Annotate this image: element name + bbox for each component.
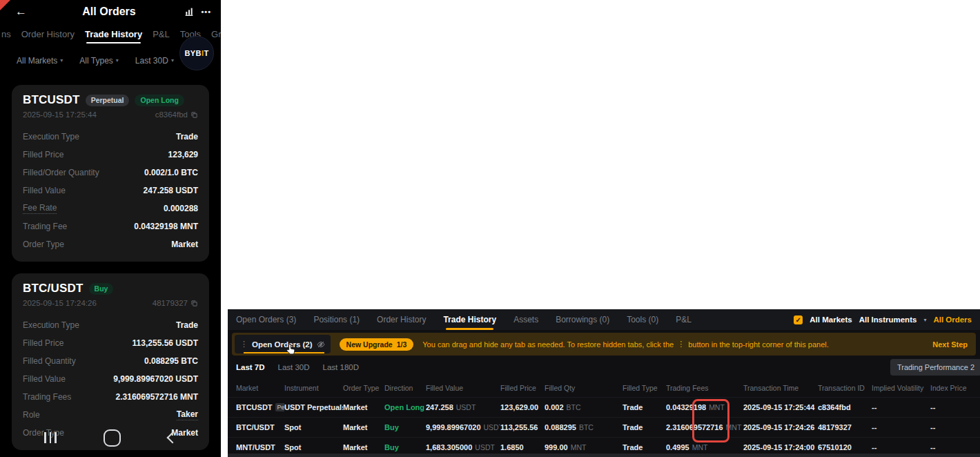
- trade-card-btcusdt[interactable]: BTCUSDT Perpetual Open Long 2025-09-15 1…: [12, 85, 209, 262]
- card-symbol: BTCUSDT: [23, 93, 80, 107]
- trading-performance-button[interactable]: Trading Performance 2: [890, 359, 980, 376]
- tab-borrowings[interactable]: Borrowings (0): [556, 309, 609, 330]
- detail-row: Execution TypeTrade: [23, 316, 198, 334]
- detail-row: Filled Value247.258 USDT: [23, 182, 198, 200]
- detail-row: Filled/Order Quantity0.002/1.0 BTC: [23, 164, 198, 182]
- detail-row: Filled Price123,629: [23, 146, 198, 164]
- col-transaction-time: Transaction Time: [743, 384, 818, 392]
- new-upgrade-badge: New Upgrade1/3: [340, 338, 414, 351]
- col-trading-fees: Trading Fees: [666, 384, 743, 392]
- period-last-180d[interactable]: Last 180D: [323, 363, 359, 371]
- detail-row: Fee Rate0.000288: [23, 200, 198, 217]
- period-last-30d[interactable]: Last 30D: [278, 363, 310, 371]
- trade-timestamp: 2025-09-15 17:25:44: [23, 110, 97, 119]
- upgrade-banner: ⋮ Open Orders (2) New Upgrade1/3 You can…: [232, 333, 976, 356]
- filter-all-markets[interactable]: All Markets▾: [17, 56, 63, 66]
- col-filled-type: Filled Type: [623, 384, 666, 392]
- detail-row: Filled Value9,999.89967020 USDT: [23, 370, 198, 388]
- back-arrow-icon[interactable]: ←: [15, 5, 43, 19]
- tab-trade-history[interactable]: Trade History: [85, 29, 142, 39]
- tab-order-history[interactable]: Order History: [377, 309, 426, 330]
- card-symbol: BTC/USDT: [23, 282, 84, 295]
- table-row[interactable]: BTCUSDTPerp USDT Perpetuals Market Open …: [228, 397, 980, 417]
- tab-pnl[interactable]: P&L: [676, 309, 692, 330]
- direction-badge: Buy: [89, 283, 114, 295]
- recording-indicator-triangle: [0, 0, 10, 10]
- caret-down-icon: ▾: [116, 57, 119, 64]
- copy-icon[interactable]: [190, 300, 198, 307]
- col-implied-volatility: Implied Volatility: [872, 384, 930, 392]
- col-market: Market: [236, 384, 284, 392]
- period-filter-row: Last 7D Last 30D Last 180D Trading Perfo…: [228, 356, 980, 379]
- table-row[interactable]: BTC/USDT Spot Market Buy 9,999.89967020U…: [228, 417, 980, 437]
- col-filled-price: Filled Price: [500, 384, 545, 392]
- order-id: 48179327: [153, 299, 188, 307]
- page-title: All Orders: [43, 6, 175, 18]
- banner-message: You can drag and hide any tab as needed.…: [422, 340, 829, 349]
- open-orders-chip[interactable]: ⋮ Open Orders (2): [235, 335, 331, 353]
- tab-assets[interactable]: Assets: [513, 309, 538, 330]
- bybit-logo: BYBIT: [179, 36, 214, 70]
- desktop-tab-bar: Open Orders (3) Positions (1) Order Hist…: [228, 309, 980, 330]
- home-icon[interactable]: [104, 429, 121, 447]
- detail-row: Trading Fee0.04329198 MNT: [23, 217, 198, 235]
- annotation-red-box: [692, 399, 729, 443]
- caret-down-icon: ▾: [60, 57, 63, 64]
- detail-row: Trading Fees2.316069572716 MNT: [23, 388, 198, 406]
- nav-back-icon[interactable]: [167, 432, 179, 444]
- period-last-7d[interactable]: Last 7D: [236, 363, 265, 371]
- tab-order-history[interactable]: Order History: [21, 29, 75, 39]
- panel-bottom-strip: [228, 454, 980, 457]
- tab-positions-partial[interactable]: ns: [1, 29, 11, 39]
- trade-timestamp: 2025-09-15 17:24:26: [23, 299, 97, 307]
- next-step-button[interactable]: Next Step: [932, 340, 968, 349]
- copy-icon[interactable]: [190, 111, 198, 119]
- all-orders-link[interactable]: All Orders: [933, 315, 972, 324]
- col-transaction-id: Transaction ID: [818, 384, 872, 392]
- col-filled-qty: Filled Qty: [545, 384, 623, 392]
- mobile-header: ← All Orders •••: [0, 0, 221, 22]
- drag-handle-icon[interactable]: ⋮: [240, 340, 248, 349]
- more-menu-icon[interactable]: •••: [201, 8, 211, 16]
- desktop-orders-panel: Open Orders (3) Positions (1) Order Hist…: [228, 309, 980, 457]
- tab-greeks-partial[interactable]: Gre: [211, 29, 221, 39]
- hide-eye-icon[interactable]: [317, 340, 325, 349]
- contract-type-badge: Perpetual: [86, 95, 130, 106]
- col-filled-value: Filled Value: [426, 384, 500, 392]
- tab-positions[interactable]: Positions (1): [313, 309, 360, 330]
- detail-row: Filled Price113,255.56 USDT: [23, 334, 198, 352]
- recents-icon[interactable]: [44, 432, 57, 443]
- mobile-app-panel: ← All Orders ••• ns Order History Trade …: [0, 0, 221, 457]
- col-direction: Direction: [384, 384, 426, 392]
- filter-last-30d[interactable]: Last 30D▾: [135, 56, 174, 66]
- caret-down-icon: ▾: [171, 57, 174, 64]
- all-instruments-dropdown[interactable]: All Instruments: [859, 315, 917, 324]
- table-header: Market Instrument Order Type Direction F…: [228, 379, 980, 397]
- order-id: c8364fbd: [155, 110, 188, 119]
- tab-pnl[interactable]: P&L: [153, 29, 170, 39]
- tab-tools[interactable]: Tools (0): [627, 309, 658, 330]
- col-order-type: Order Type: [343, 384, 384, 392]
- tab-open-orders[interactable]: Open Orders (3): [236, 309, 296, 330]
- all-markets-checkbox[interactable]: ✓: [794, 315, 803, 324]
- perp-tag: Perp: [275, 403, 284, 411]
- screenshot-canvas: ← All Orders ••• ns Order History Trade …: [0, 0, 980, 457]
- caret-down-icon: ▾: [923, 317, 926, 323]
- filter-all-types[interactable]: All Types▾: [79, 56, 118, 66]
- detail-row: Filled Quantity0.088295 BTC: [23, 352, 198, 370]
- analytics-chart-icon[interactable]: [184, 6, 195, 17]
- detail-row: Order TypeMarket: [23, 235, 198, 253]
- tab-trade-history[interactable]: Trade History: [443, 309, 496, 330]
- hand-cursor-icon: [286, 343, 296, 355]
- col-index-price: Index Price: [930, 384, 980, 392]
- direction-badge: Open Long: [135, 95, 184, 106]
- detail-row: Execution TypeTrade: [23, 128, 198, 146]
- android-nav-bar: [0, 418, 221, 457]
- all-markets-label[interactable]: All Markets: [810, 315, 852, 324]
- col-instrument: Instrument: [284, 384, 343, 392]
- vertical-dots-icon: ⋮: [677, 340, 685, 349]
